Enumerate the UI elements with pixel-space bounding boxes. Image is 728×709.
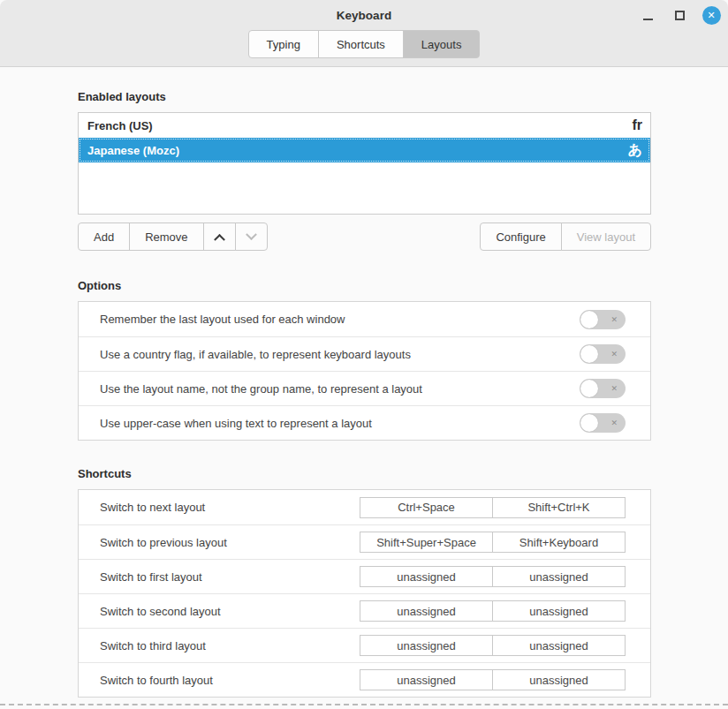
toggle-off-icon: ✕ bbox=[610, 385, 618, 393]
option-row-country-flag: Use a country flag, if available, to rep… bbox=[79, 336, 650, 371]
minimize-button[interactable] bbox=[638, 5, 657, 25]
list-edit-buttons: Add Remove bbox=[78, 223, 268, 251]
keybinding-cell[interactable]: unassigned bbox=[492, 635, 626, 656]
toggle-off-icon: ✕ bbox=[610, 351, 618, 358]
shortcut-label: Switch to next layout bbox=[100, 501, 205, 514]
shortcut-row-third-layout: Switch to third layout unassigned unassi… bbox=[79, 628, 650, 662]
keybinding-cell[interactable]: unassigned bbox=[360, 635, 493, 656]
keybinding-cell[interactable]: Shift+Ctrl+K bbox=[492, 497, 626, 518]
keyboard-settings-window: Keyboard ✕ Typing Shortcuts Layouts bbox=[0, 0, 728, 709]
shortcut-label: Switch to second layout bbox=[100, 605, 221, 618]
keybinding-group: unassigned unassigned bbox=[360, 600, 626, 622]
configure-button[interactable]: Configure bbox=[480, 223, 561, 251]
maximize-icon bbox=[675, 11, 685, 20]
keybinding-cell[interactable]: unassigned bbox=[360, 566, 493, 587]
option-label: Use a country flag, if available, to rep… bbox=[100, 348, 411, 361]
keybinding-group: Shift+Super+Space Shift+Keyboard bbox=[360, 532, 626, 553]
keybinding-group: unassigned unassigned bbox=[360, 566, 626, 587]
layout-name: French (US) bbox=[87, 119, 153, 132]
keybinding-group: Ctrl+Space Shift+Ctrl+K bbox=[360, 497, 626, 518]
toggle-off-icon: ✕ bbox=[610, 315, 618, 323]
keybinding-cell[interactable]: Shift+Super+Space bbox=[360, 532, 493, 553]
enabled-layouts-heading: Enabled layouts bbox=[78, 90, 651, 103]
upper-case-toggle[interactable]: ✕ bbox=[580, 413, 626, 433]
country-flag-toggle[interactable]: ✕ bbox=[580, 344, 626, 364]
toggle-knob bbox=[580, 414, 598, 432]
window-controls: ✕ bbox=[638, 0, 721, 30]
keybinding-cell[interactable]: unassigned bbox=[492, 566, 626, 587]
option-row-remember-layout: Remember the last layout used for each w… bbox=[79, 302, 650, 336]
titlebar[interactable]: Keyboard ✕ bbox=[0, 0, 728, 30]
keybinding-cell[interactable]: unassigned bbox=[492, 669, 626, 690]
shortcut-row-fourth-layout: Switch to fourth layout unassigned unass… bbox=[79, 662, 650, 697]
shortcut-row-first-layout: Switch to first layout unassigned unassi… bbox=[79, 559, 650, 593]
shortcut-label: Switch to fourth layout bbox=[100, 674, 213, 687]
option-label: Remember the last layout used for each w… bbox=[100, 313, 345, 326]
add-button[interactable]: Add bbox=[78, 223, 130, 251]
close-icon: ✕ bbox=[702, 6, 721, 25]
chevron-down-icon bbox=[246, 229, 257, 240]
shortcut-label: Switch to previous layout bbox=[100, 536, 227, 549]
toggle-knob bbox=[580, 311, 598, 328]
layout-indicator-fr: fr bbox=[632, 118, 642, 132]
option-row-layout-name: Use the layout name, not the group name,… bbox=[79, 371, 650, 405]
option-label: Use upper-case when using text to repres… bbox=[100, 417, 372, 430]
keybinding-cell[interactable]: unassigned bbox=[360, 669, 493, 690]
toggle-off-icon: ✕ bbox=[610, 419, 618, 427]
tab-group: Typing Shortcuts Layouts bbox=[248, 30, 481, 58]
options-box: Remember the last layout used for each w… bbox=[78, 301, 651, 441]
layouts-page: Enabled layouts French (US) fr Japanese … bbox=[0, 90, 728, 698]
keybinding-group: unassigned unassigned bbox=[360, 669, 626, 690]
shortcut-label: Switch to first layout bbox=[100, 570, 202, 584]
shortcuts-heading: Shortcuts bbox=[78, 467, 651, 480]
maximize-button[interactable] bbox=[670, 5, 689, 25]
keybinding-group: unassigned unassigned bbox=[360, 635, 626, 656]
minimize-icon bbox=[643, 19, 653, 20]
shortcut-row-previous-layout: Switch to previous layout Shift+Super+Sp… bbox=[79, 524, 650, 559]
move-down-button[interactable] bbox=[235, 223, 268, 251]
view-layout-button[interactable]: View layout bbox=[561, 223, 651, 251]
close-button[interactable]: ✕ bbox=[701, 5, 721, 25]
tab-typing[interactable]: Typing bbox=[248, 30, 319, 58]
layout-name: Japanese (Mozc) bbox=[87, 144, 179, 157]
tab-layouts[interactable]: Layouts bbox=[403, 30, 481, 58]
layout-row-french[interactable]: French (US) fr bbox=[79, 113, 650, 138]
layout-name-toggle[interactable]: ✕ bbox=[580, 379, 626, 398]
keybinding-cell[interactable]: unassigned bbox=[360, 600, 493, 622]
shortcut-label: Switch to third layout bbox=[100, 639, 206, 652]
shortcut-row-second-layout: Switch to second layout unassigned unass… bbox=[79, 593, 650, 628]
options-heading: Options bbox=[78, 279, 651, 292]
keybinding-cell[interactable]: Shift+Keyboard bbox=[492, 532, 626, 553]
tab-bar: Typing Shortcuts Layouts bbox=[0, 30, 728, 58]
window-title: Keyboard bbox=[337, 9, 391, 22]
resize-hint-divider bbox=[0, 704, 728, 705]
shortcut-row-next-layout: Switch to next layout Ctrl+Space Shift+C… bbox=[79, 490, 650, 524]
layouts-toolbar: Add Remove Configure View layout bbox=[78, 223, 651, 251]
remember-layout-toggle[interactable]: ✕ bbox=[580, 310, 626, 329]
remove-button[interactable]: Remove bbox=[129, 223, 203, 251]
layout-action-buttons: Configure View layout bbox=[480, 223, 651, 251]
toggle-knob bbox=[580, 380, 598, 397]
enabled-layouts-list[interactable]: French (US) fr Japanese (Mozc) あ bbox=[78, 112, 651, 215]
keybinding-cell[interactable]: Ctrl+Space bbox=[360, 497, 493, 518]
window-header: Keyboard ✕ Typing Shortcuts Layouts bbox=[0, 0, 728, 67]
move-up-button[interactable] bbox=[203, 223, 236, 251]
keybinding-cell[interactable]: unassigned bbox=[492, 600, 626, 622]
option-label: Use the layout name, not the group name,… bbox=[100, 382, 422, 396]
layout-indicator-ja: あ bbox=[628, 143, 642, 157]
layout-row-japanese[interactable]: Japanese (Mozc) あ bbox=[79, 138, 650, 162]
tab-shortcuts[interactable]: Shortcuts bbox=[318, 30, 404, 58]
chevron-up-icon bbox=[214, 233, 225, 245]
shortcuts-box: Switch to next layout Ctrl+Space Shift+C… bbox=[78, 489, 651, 698]
toggle-knob bbox=[580, 345, 598, 363]
option-row-upper-case: Use upper-case when using text to repres… bbox=[79, 405, 650, 440]
